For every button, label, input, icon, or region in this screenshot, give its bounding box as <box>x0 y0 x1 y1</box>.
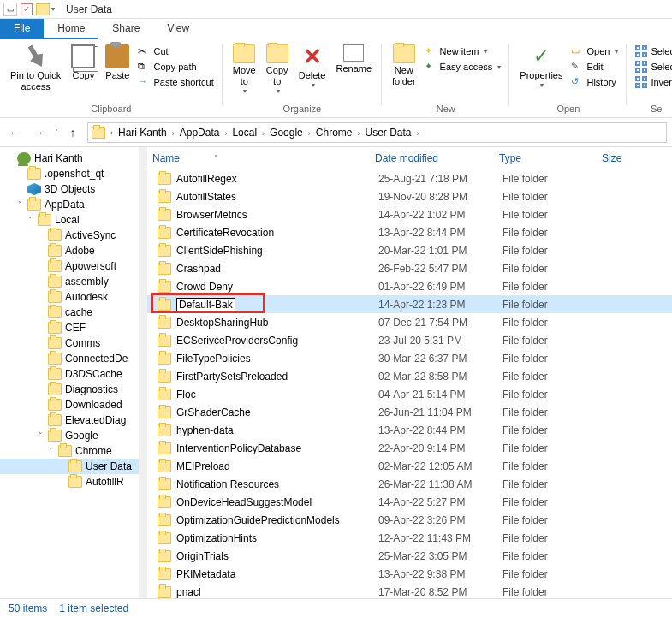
file-row[interactable]: hyphen-data13-Apr-22 8:44 PMFile folder <box>147 421 672 439</box>
pin-to-quick-access-button[interactable]: Pin to Quick access <box>5 43 66 94</box>
file-row[interactable]: FirstPartySetsPreloaded02-Mar-22 8:58 PM… <box>147 367 672 385</box>
qa-folder-icon[interactable] <box>36 3 50 15</box>
tree-item[interactable]: cache <box>0 305 139 320</box>
easy-access-button[interactable]: Easy access▾ <box>423 60 503 74</box>
tree-item[interactable]: assembly <box>0 274 139 289</box>
new-folder-button[interactable]: New folder <box>387 43 421 89</box>
breadcrumb-segment[interactable]: AppData <box>176 127 223 139</box>
tree-item[interactable]: Comms <box>0 335 139 351</box>
up-button[interactable]: ↑ <box>63 123 82 142</box>
properties-button[interactable]: ✓Properties▾ <box>514 43 568 92</box>
move-to-button[interactable]: Move to▾ <box>228 43 261 98</box>
breadcrumb-segment[interactable]: Google <box>266 127 306 139</box>
tree-item[interactable]: ˅Local <box>0 212 139 228</box>
file-row[interactable]: FileTypePolicies30-Mar-22 6:37 PMFile fo… <box>147 349 672 367</box>
tree-item[interactable]: ElevatedDiag <box>0 412 139 428</box>
column-date-header[interactable]: Date modified <box>370 149 494 168</box>
chevron-right-icon[interactable]: › <box>306 129 312 138</box>
tree-item[interactable]: Diagnostics <box>0 382 139 397</box>
expand-icon[interactable]: ˅ <box>15 200 24 209</box>
chevron-right-icon[interactable]: › <box>170 129 176 138</box>
column-type-header[interactable]: Type <box>494 149 597 168</box>
expand-icon[interactable]: ˅ <box>26 216 34 224</box>
delete-button[interactable]: ✕Delete▾ <box>294 43 331 92</box>
select-none-button[interactable]: Select <box>633 60 672 74</box>
file-row[interactable]: pnacl17-Mar-20 8:52 PMFile folder <box>147 583 672 598</box>
file-row[interactable]: OnDeviceHeadSuggestModel14-Apr-22 5:27 P… <box>147 493 672 511</box>
file-row[interactable]: AutofillStates19-Nov-20 8:28 PMFile fold… <box>147 187 672 205</box>
tree-item[interactable]: .openshot_qt <box>0 166 139 181</box>
navigation-tree[interactable]: Hari Kanth.openshot_qt3D Objects˅AppData… <box>0 147 139 598</box>
file-row[interactable]: CertificateRevocation13-Apr-22 8:44 PMFi… <box>147 223 672 241</box>
column-name-header[interactable]: Name˄ <box>147 149 370 168</box>
tree-item[interactable]: ˅Chrome <box>0 443 139 459</box>
tree-item[interactable]: Autodesk <box>0 289 139 305</box>
tree-item[interactable]: ˅AppData <box>0 197 139 212</box>
file-row[interactable]: Floc04-Apr-21 5:14 PMFile folder <box>147 385 672 403</box>
file-row[interactable]: BrowserMetrics14-Apr-22 1:02 PMFile fold… <box>147 205 672 223</box>
breadcrumb-segment[interactable]: Local <box>229 127 260 139</box>
invert-selection-button[interactable]: Invert <box>633 75 672 89</box>
column-size-header[interactable]: Size <box>597 149 672 168</box>
tab-share[interactable]: Share <box>98 19 153 39</box>
file-row[interactable]: Crowd Deny01-Apr-22 6:49 PMFile folder <box>147 277 672 295</box>
qa-check-icon[interactable]: ✓ <box>21 3 33 15</box>
tree-item[interactable]: D3DSCache <box>0 366 139 382</box>
file-row[interactable]: ECSerivceProvidersConfig23-Jul-20 5:31 P… <box>147 331 672 349</box>
file-row[interactable]: OriginTrials25-Mar-22 3:05 PMFile folder <box>147 547 672 565</box>
file-row[interactable]: InterventionPolicyDatabase22-Apr-20 9:14… <box>147 439 672 457</box>
paste-button[interactable]: Paste <box>100 43 134 83</box>
history-dropdown-icon[interactable]: ˅ <box>55 128 58 136</box>
history-button[interactable]: History <box>569 75 620 89</box>
tree-item[interactable]: 3D Objects <box>0 181 139 197</box>
tab-view[interactable]: View <box>153 19 203 39</box>
tree-item[interactable]: Apowersoft <box>0 258 139 274</box>
expand-icon[interactable]: ˅ <box>46 447 55 455</box>
open-button[interactable]: Open▾ <box>569 44 620 58</box>
breadcrumb[interactable]: › Hari Kanth›AppData›Local›Google›Chrome… <box>87 122 667 143</box>
new-item-button[interactable]: New item▾ <box>423 44 503 58</box>
file-row[interactable]: Default-Bak14-Apr-22 1:23 PMFile folder <box>147 295 672 313</box>
file-row[interactable]: OptimizationGuidePredictionModels09-Apr-… <box>147 511 672 529</box>
file-row[interactable]: Notification Resources26-Mar-22 11:38 AM… <box>147 475 672 493</box>
tree-item[interactable]: ConnectedDe <box>0 351 139 366</box>
tree-item[interactable]: AutofillR <box>0 474 139 489</box>
file-row[interactable]: ClientSidePhishing20-Mar-22 1:01 PMFile … <box>147 241 672 259</box>
chevron-right-icon[interactable]: › <box>109 128 115 137</box>
breadcrumb-segment[interactable]: User Data <box>361 127 414 139</box>
back-button[interactable]: ← <box>5 123 24 142</box>
breadcrumb-segment[interactable]: Hari Kanth <box>115 127 170 139</box>
cut-button[interactable]: Cut <box>136 44 215 58</box>
rename-input[interactable]: Default-Bak <box>176 298 235 311</box>
file-row[interactable]: MEIPreload02-Mar-22 12:05 AMFile folder <box>147 457 672 475</box>
tree-item[interactable]: CEF <box>0 320 139 335</box>
breadcrumb-segment[interactable]: Chrome <box>312 127 356 139</box>
edit-button[interactable]: Edit <box>569 60 620 74</box>
tree-item[interactable]: Hari Kanth <box>0 151 139 166</box>
file-row[interactable]: PKIMetadata13-Apr-22 9:38 PMFile folder <box>147 565 672 583</box>
tree-item[interactable]: ActiveSync <box>0 228 139 243</box>
file-row[interactable]: GrShaderCache26-Jun-21 11:04 PMFile fold… <box>147 403 672 421</box>
select-all-button[interactable]: Select <box>633 44 672 58</box>
chevron-right-icon[interactable]: › <box>415 129 421 138</box>
file-row[interactable]: DesktopSharingHub07-Dec-21 7:54 PMFile f… <box>147 313 672 331</box>
qa-dropdown-icon[interactable]: ▾ <box>51 5 55 13</box>
tab-home[interactable]: Home <box>44 19 98 39</box>
paste-shortcut-button[interactable]: Paste shortcut <box>136 75 215 89</box>
file-row[interactable]: Crashpad26-Feb-22 5:47 PMFile folder <box>147 259 672 277</box>
tree-item[interactable]: User Data <box>0 459 139 474</box>
tree-item[interactable]: ˅Google <box>0 428 139 443</box>
copy-to-button[interactable]: Copy to▾ <box>261 43 294 98</box>
tree-scrollbar[interactable] <box>139 147 147 598</box>
file-list[interactable]: AutofillRegex25-Aug-21 7:18 PMFile folde… <box>147 169 672 598</box>
rename-button[interactable]: Rename <box>330 43 377 76</box>
tree-item[interactable]: Downloaded <box>0 397 139 412</box>
expand-icon[interactable]: ˅ <box>36 431 45 440</box>
file-row[interactable]: AutofillRegex25-Aug-21 7:18 PMFile folde… <box>147 169 672 187</box>
forward-button[interactable]: → <box>29 123 48 142</box>
file-row[interactable]: OptimizationHints12-Apr-22 11:43 PMFile … <box>147 529 672 547</box>
tree-item[interactable]: Adobe <box>0 243 139 258</box>
tab-file[interactable]: File <box>0 19 44 39</box>
copy-button[interactable]: Copy <box>66 43 100 83</box>
copy-path-button[interactable]: Copy path <box>136 60 215 74</box>
